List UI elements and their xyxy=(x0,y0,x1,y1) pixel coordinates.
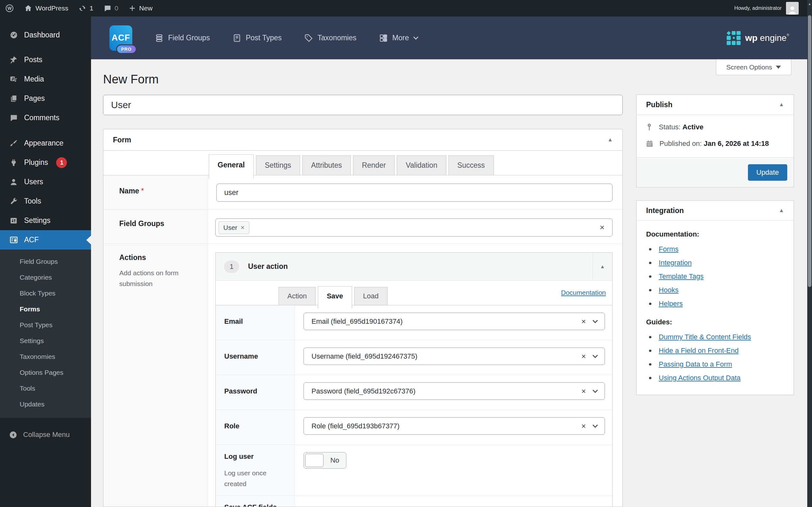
sidebar-item-settings[interactable]: Settings xyxy=(0,211,91,230)
sidebar-item-tools[interactable]: Tools xyxy=(0,191,91,211)
wordpress-logo-icon: W xyxy=(5,4,14,13)
clear-icon[interactable]: × xyxy=(581,387,586,396)
published-label: Published on: xyxy=(659,139,702,148)
sidebar-item-posts[interactable]: Posts xyxy=(0,50,91,69)
status-label: Status: xyxy=(659,123,681,131)
home-icon xyxy=(24,4,32,12)
list-item: Forms xyxy=(649,242,784,256)
tab-settings[interactable]: Settings xyxy=(256,155,300,175)
tab-validation[interactable]: Validation xyxy=(397,155,446,175)
form-panel-title: Form xyxy=(113,136,131,144)
sidebar-item-media[interactable]: Media xyxy=(0,69,91,89)
submenu-item-options-pages[interactable]: Options Pages xyxy=(0,364,91,381)
tab-load[interactable]: Load xyxy=(354,287,388,305)
documentation-link[interactable]: Documentation xyxy=(561,289,606,296)
submenu-item-tools[interactable]: Tools xyxy=(0,381,91,396)
acf-nav-taxonomies[interactable]: Taxonomies xyxy=(304,33,357,43)
clear-icon[interactable]: × xyxy=(581,352,586,361)
log-user-toggle[interactable]: No xyxy=(304,452,346,469)
sidebar-item-appearance[interactable]: Appearance xyxy=(0,133,91,153)
sidebar-item-pages[interactable]: Pages xyxy=(0,89,91,108)
collapse-panel-icon[interactable]: ▲ xyxy=(607,137,613,143)
collapse-menu-button[interactable]: Collapse Menu xyxy=(0,427,91,443)
submenu-item-updates[interactable]: Updates xyxy=(0,396,91,412)
status-row: Status: Active xyxy=(646,123,794,131)
comment-bubble-icon xyxy=(103,4,111,12)
collapse-panel-icon[interactable]: ▲ xyxy=(779,207,784,214)
sidebar-item-label: Users xyxy=(24,178,43,186)
chevron-down-icon[interactable] xyxy=(592,389,598,393)
screen-options-button[interactable]: Screen Options xyxy=(716,59,792,75)
scrollbar-up-arrow[interactable]: ▲ xyxy=(807,2,812,6)
submenu-item-categories[interactable]: Categories xyxy=(0,270,91,285)
scrollbar-thumb[interactable] xyxy=(808,15,811,287)
clear-icon[interactable]: × xyxy=(581,317,586,326)
guide-link-passing-data[interactable]: Passing Data to a Form xyxy=(659,360,732,369)
user-icon xyxy=(9,178,18,186)
page-scrollbar[interactable]: ▲ xyxy=(807,0,812,507)
chevron-down-icon[interactable] xyxy=(592,320,598,324)
comments-icon xyxy=(9,114,18,122)
password-select[interactable]: Password (field_695d192c67376) × xyxy=(304,382,605,400)
sidebar-item-plugins[interactable]: Plugins 1 xyxy=(0,153,91,172)
acf-nav-field-groups[interactable]: Field Groups xyxy=(155,33,210,43)
collapse-action-icon[interactable]: ▲ xyxy=(593,253,612,281)
submenu-item-forms[interactable]: Forms xyxy=(0,301,91,317)
doc-link-hooks[interactable]: Hooks xyxy=(659,286,679,294)
clear-icon[interactable]: × xyxy=(581,422,586,431)
action-index-badge: 1 xyxy=(224,260,239,273)
pages-icon xyxy=(9,95,18,103)
tab-action[interactable]: Action xyxy=(278,287,316,305)
acf-nav-post-types[interactable]: Post Types xyxy=(232,33,282,43)
wpengine-wordmark: wp engine® xyxy=(745,33,789,43)
name-input[interactable] xyxy=(216,183,612,202)
site-menu[interactable]: WordPress xyxy=(19,0,73,16)
tab-general[interactable]: General xyxy=(209,155,254,178)
account-menu[interactable]: Howdy, administrator xyxy=(734,2,812,14)
submenu-item-taxonomies[interactable]: Taxonomies xyxy=(0,349,91,364)
submenu-item-settings[interactable]: Settings xyxy=(0,333,91,349)
collapse-panel-icon[interactable]: ▲ xyxy=(779,102,784,108)
sidebar-item-comments[interactable]: Comments xyxy=(0,108,91,127)
update-button[interactable]: Update xyxy=(748,164,787,181)
documentation-links: Forms Integration Template Tags Hooks He… xyxy=(649,242,784,311)
doc-link-template-tags[interactable]: Template Tags xyxy=(659,272,704,281)
tab-attributes[interactable]: Attributes xyxy=(302,155,351,175)
chevron-down-icon[interactable] xyxy=(592,354,598,358)
sidebar-item-acf[interactable]: ACF xyxy=(0,230,91,249)
acf-nav-more[interactable]: More xyxy=(379,33,419,43)
doc-link-forms[interactable]: Forms xyxy=(659,245,679,253)
updates-menu[interactable]: 1 xyxy=(73,0,98,16)
tab-render[interactable]: Render xyxy=(353,155,394,175)
acf-pro-logo[interactable]: ACF PRO xyxy=(109,25,132,51)
tab-success[interactable]: Success xyxy=(448,155,494,175)
guide-link-dummy-title[interactable]: Dummy Title & Content Fields xyxy=(659,333,751,341)
doc-link-helpers[interactable]: Helpers xyxy=(659,300,683,308)
submenu-item-block-types[interactable]: Block Types xyxy=(0,285,91,301)
role-select[interactable]: Role (field_695d193b67377) × xyxy=(304,417,605,435)
save-acf-fields-field-cell xyxy=(295,496,612,507)
clear-select-icon[interactable]: × xyxy=(600,223,605,232)
comments-menu[interactable]: 0 xyxy=(98,0,123,16)
chevron-down-icon[interactable] xyxy=(592,424,598,428)
email-select[interactable]: Email (field_695d190167374) × xyxy=(304,313,605,330)
dashboard-icon xyxy=(9,31,18,39)
field-groups-select[interactable]: User × × xyxy=(215,219,612,236)
sidebar-item-dashboard[interactable]: Dashboard xyxy=(0,25,91,45)
guide-link-hide-field[interactable]: Hide a Field on Front-End xyxy=(659,347,739,355)
guide-link-actions-output[interactable]: Using Actions Output Data xyxy=(659,374,741,382)
new-menu[interactable]: New xyxy=(123,0,158,16)
remove-tag-icon[interactable]: × xyxy=(240,224,245,232)
collapse-icon xyxy=(9,431,17,439)
username-select[interactable]: Username (field_695d192467375) × xyxy=(304,347,605,365)
sidebar-item-users[interactable]: Users xyxy=(0,172,91,191)
role-field-row: Role Role (field_695d193b67377) × xyxy=(216,410,612,445)
user-action-header[interactable]: 1 User action ▲ xyxy=(216,253,612,281)
tab-save[interactable]: Save xyxy=(318,286,352,308)
submenu-item-field-groups[interactable]: Field Groups xyxy=(0,253,91,270)
submenu-item-post-types[interactable]: Post Types xyxy=(0,317,91,333)
list-item: Dummy Title & Content Fields xyxy=(649,330,784,344)
form-title-input[interactable] xyxy=(103,95,622,115)
wordpress-logo-menu[interactable]: W xyxy=(0,0,19,16)
doc-link-integration[interactable]: Integration xyxy=(659,259,692,267)
